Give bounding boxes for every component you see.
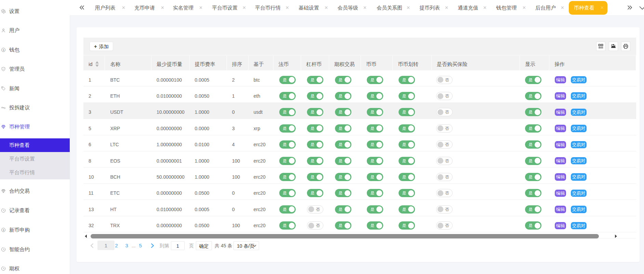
svg-text:$: $	[3, 229, 4, 232]
svg-text:$: $	[3, 48, 4, 51]
